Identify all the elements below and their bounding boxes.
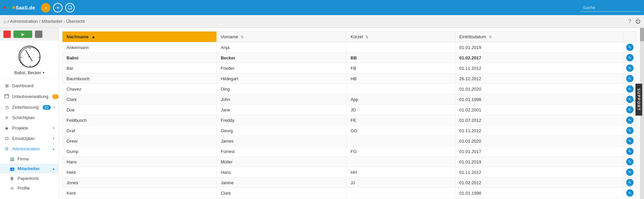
- cell-nachname: Clark: [63, 94, 217, 105]
- projekte-icon: ◈: [4, 126, 9, 131]
- search-input[interactable]: [580, 4, 641, 12]
- table-row: HansMüller01.01.2019✎: [63, 157, 637, 167]
- edit-cell[interactable]: ✎: [623, 178, 637, 188]
- edit-button[interactable]: ✎: [626, 44, 634, 51]
- edit-cell[interactable]: ✎: [623, 146, 637, 157]
- edit-button[interactable]: ✎: [626, 85, 634, 93]
- power-icon[interactable]: ⏻: [635, 18, 641, 24]
- col-nachname-label: Nachname: [67, 34, 89, 39]
- cell-vorname: Anja: [216, 42, 346, 53]
- cell-kurzel: JJ: [346, 178, 455, 188]
- edit-button[interactable]: ✎: [626, 116, 634, 124]
- breadcrumb-admin[interactable]: Administration: [10, 19, 38, 24]
- play-button[interactable]: ▶: [13, 31, 32, 38]
- edit-cell[interactable]: ✎: [623, 73, 637, 84]
- edit-cell[interactable]: ✎: [623, 105, 637, 115]
- einsatzplan-icon: ⊡: [4, 136, 9, 141]
- cell-vorname: Hans: [216, 167, 346, 178]
- edit-cell[interactable]: ✎: [623, 126, 637, 136]
- edit-button[interactable]: ✎: [626, 179, 634, 186]
- col-kurzel[interactable]: Kürzel ⇅: [346, 32, 455, 42]
- cell-nachname: Ankermann: [63, 42, 217, 53]
- sidebar-item-einsatzplan[interactable]: ⊡ Einsatzplan: [0, 133, 58, 144]
- edit-cell[interactable]: ✎: [623, 136, 637, 146]
- bag-button[interactable]: [35, 31, 42, 38]
- edit-button[interactable]: ✎: [626, 127, 634, 134]
- cell-kurzel: [346, 84, 455, 94]
- cell-eintrittsdatum: 01.02.2012: [455, 178, 623, 188]
- home-icon[interactable]: ⌂: [3, 19, 6, 24]
- support-tab[interactable]: SUPPORT: [635, 84, 642, 115]
- cell-kurzel: [346, 188, 455, 198]
- edit-cell[interactable]: ✎: [623, 94, 637, 105]
- sidebar-item-firma[interactable]: 🏢 Firma: [0, 154, 58, 164]
- edit-cell[interactable]: ✎: [623, 53, 637, 63]
- sidebar-item-mitarbeiter[interactable]: 👥 Mitarbeiter: [0, 164, 58, 173]
- administration-icon: ⚙: [4, 146, 9, 151]
- cell-eintrittsdatum: 01.01.2020: [455, 136, 623, 146]
- col-eintrittsdatum[interactable]: Eintrittsdatum ⇅: [455, 32, 623, 42]
- sidebar-item-firma-label: Firma: [17, 156, 29, 161]
- scrollbar-thumb[interactable]: [640, 28, 644, 41]
- dot-red: [3, 6, 6, 9]
- edit-button[interactable]: ✎: [626, 158, 634, 165]
- edit-cell[interactable]: ✎: [623, 157, 637, 167]
- user-chevron-icon: ▾: [43, 71, 44, 74]
- edit-cell[interactable]: ✎: [623, 167, 637, 178]
- table-row: AnkermannAnja01.01.2019✎: [63, 42, 637, 53]
- sidebar-item-urlaubsverwaltung[interactable]: Urlaubsverwaltung 3: [0, 91, 58, 102]
- stop-button[interactable]: [3, 31, 11, 38]
- svg-rect-5: [5, 94, 9, 98]
- edit-button[interactable]: ✎: [626, 75, 634, 82]
- sidebar-item-dashboard[interactable]: ⊞ Dashboard: [0, 81, 58, 91]
- edit-button[interactable]: ✎: [626, 54, 634, 61]
- sidebar-user: Babsi, Becker ▾: [0, 41, 58, 79]
- copy-button[interactable]: ❑: [65, 3, 75, 12]
- edit-cell[interactable]: ✎: [623, 42, 637, 53]
- back-button[interactable]: ‹: [41, 3, 50, 12]
- cell-nachname: Gump: [63, 146, 217, 157]
- sidebar-item-dashboard-label: Dashboard: [12, 83, 34, 88]
- cell-nachname: Kent: [63, 188, 217, 198]
- projekte-chevron: [53, 126, 54, 130]
- sort-eintrittsdatum-icon: ⇅: [489, 35, 492, 39]
- edit-button[interactable]: ✎: [626, 106, 634, 113]
- cell-vorname: Clark: [216, 188, 346, 198]
- edit-button[interactable]: ✎: [626, 137, 634, 145]
- sidebar-item-zeiterfassung-label: Zeiterfassung: [12, 105, 39, 110]
- edit-button[interactable]: ✎: [626, 168, 634, 176]
- edit-cell[interactable]: ✎: [623, 188, 637, 198]
- table-row: BärFriederFB01.11.2012✎: [63, 63, 637, 73]
- cell-kurzel: BB: [346, 53, 455, 63]
- sidebar-item-projekte[interactable]: ◈ Projekte: [0, 123, 58, 133]
- sidebar-item-zeiterfassung[interactable]: ◷ Zeiterfassung 92: [0, 102, 58, 112]
- edit-cell[interactable]: ✎: [623, 84, 637, 94]
- edit-button[interactable]: ✎: [626, 189, 634, 197]
- edit-button[interactable]: ✎: [626, 96, 634, 103]
- edit-button[interactable]: ✎: [626, 148, 634, 155]
- edit-cell[interactable]: ✎: [623, 63, 637, 73]
- user-name[interactable]: Babsi, Becker ▾: [14, 70, 44, 75]
- cell-nachname: Hans: [63, 157, 217, 167]
- sidebar-item-papierkorb[interactable]: 🗑 Papierkorb: [0, 173, 58, 183]
- main-layout: ▶ Babsi, Becker ▾: [0, 28, 644, 199]
- add-button[interactable]: +: [53, 3, 63, 12]
- col-nachname[interactable]: Nachname ▲: [63, 32, 217, 42]
- cell-eintrittsdatum: 01.11.2012: [455, 167, 623, 178]
- table-header: Nachname ▲ Vorname ⇅ Kürzel ⇅ Eintritt: [63, 32, 637, 42]
- edit-button[interactable]: ✎: [626, 64, 634, 72]
- clock-ticks: [19, 46, 41, 68]
- sort-asc-icon: ▲: [91, 34, 95, 39]
- edit-cell[interactable]: ✎: [623, 115, 637, 126]
- sidebar-item-administration[interactable]: ⚙ Administration: [0, 144, 58, 154]
- cell-nachname: Babsi: [63, 53, 217, 63]
- cell-eintrittsdatum: 01.02.2001: [455, 105, 623, 115]
- table-row: HeldHansHH01.11.2012✎: [63, 167, 637, 178]
- second-bar-actions: ? ⏻: [628, 18, 641, 24]
- sidebar-item-schichtplan[interactable]: ≡ Schichtplan: [0, 112, 58, 123]
- help-icon[interactable]: ?: [628, 18, 631, 24]
- clock: [18, 46, 40, 67]
- cell-vorname: James: [216, 136, 346, 146]
- col-vorname[interactable]: Vorname ⇅: [216, 32, 346, 42]
- sidebar-item-profile[interactable]: ⊙ Profile: [0, 183, 58, 193]
